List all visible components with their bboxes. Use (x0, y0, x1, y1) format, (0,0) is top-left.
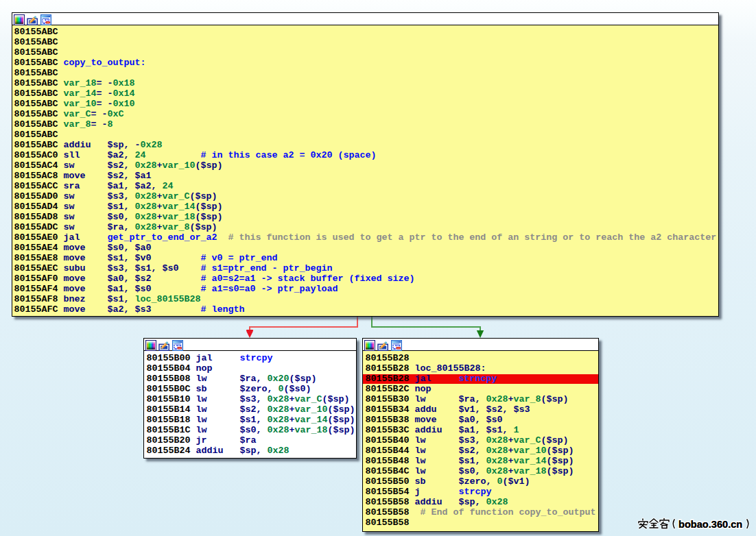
svg-text:bobao.360.cn: bobao.360.cn (678, 519, 742, 530)
